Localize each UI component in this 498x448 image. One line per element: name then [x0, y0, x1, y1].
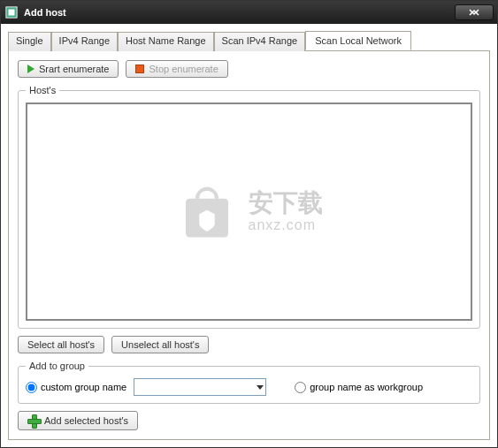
start-enumerate-button[interactable]: Srart enumerate — [18, 60, 119, 78]
hosts-legend: Host's — [26, 85, 59, 95]
hosts-group: Host's 安下载 anxz.com — [18, 85, 480, 329]
tab-panel-scan-local: Srart enumerate Stop enumerate Host's — [8, 51, 490, 440]
app-icon — [4, 5, 19, 19]
close-button[interactable] — [455, 4, 494, 20]
add-selected-button[interactable]: Add selected host's — [18, 411, 138, 430]
start-enumerate-label: Srart enumerate — [39, 64, 109, 74]
bag-icon — [176, 181, 238, 243]
titlebar[interactable]: Add host — [1, 1, 497, 24]
add-row: Add selected host's — [18, 411, 480, 430]
tab-single[interactable]: Single — [8, 32, 51, 51]
select-all-button[interactable]: Select all host's — [18, 336, 104, 353]
dialog-window: Add host Single IPv4 Range Host Name Ran… — [0, 0, 498, 448]
watermark-main: 安下载 — [249, 190, 323, 217]
stop-enumerate-button: Stop enumerate — [126, 60, 227, 78]
plus-icon — [27, 414, 40, 427]
window-title: Add host — [24, 7, 455, 18]
radio-custom-input[interactable] — [26, 382, 37, 393]
svg-rect-1 — [9, 10, 15, 16]
svg-rect-2 — [185, 198, 227, 237]
watermark-sub: anxz.com — [249, 217, 323, 233]
stop-enumerate-label: Stop enumerate — [149, 64, 218, 74]
tab-ipv4-range[interactable]: IPv4 Range — [51, 32, 118, 51]
tab-scan-local-network[interactable]: Scan Local Network — [305, 31, 411, 50]
unselect-all-label: Unselect all host's — [121, 339, 199, 350]
tab-scan-ipv4-range[interactable]: Scan IPv4 Range — [214, 32, 306, 51]
radio-custom-label: custom group name — [41, 382, 126, 392]
unselect-all-button[interactable]: Unselect all host's — [111, 336, 209, 353]
enumerate-row: Srart enumerate Stop enumerate — [18, 60, 480, 78]
radio-custom-group[interactable]: custom group name — [26, 382, 126, 393]
radio-workgroup[interactable]: group name as workgroup — [295, 382, 423, 393]
dialog-content: Single IPv4 Range Host Name Range Scan I… — [1, 24, 497, 447]
select-all-label: Select all host's — [27, 339, 95, 350]
stop-icon — [135, 65, 144, 73]
radio-workgroup-label: group name as workgroup — [310, 382, 423, 392]
watermark: 安下载 anxz.com — [176, 181, 323, 243]
tab-strip: Single IPv4 Range Host Name Range Scan I… — [8, 31, 490, 51]
add-selected-label: Add selected host's — [44, 415, 128, 426]
add-to-group: Add to group custom group name group nam… — [18, 361, 480, 404]
add-to-group-legend: Add to group — [26, 361, 88, 371]
play-icon — [27, 65, 34, 73]
tab-hostname-range[interactable]: Host Name Range — [118, 32, 214, 51]
hosts-listbox[interactable]: 安下载 anxz.com — [26, 103, 472, 321]
select-row: Select all host's Unselect all host's — [18, 336, 480, 353]
custom-group-combo[interactable] — [134, 378, 266, 396]
radio-workgroup-input[interactable] — [295, 382, 306, 393]
chevron-down-icon — [257, 385, 264, 390]
